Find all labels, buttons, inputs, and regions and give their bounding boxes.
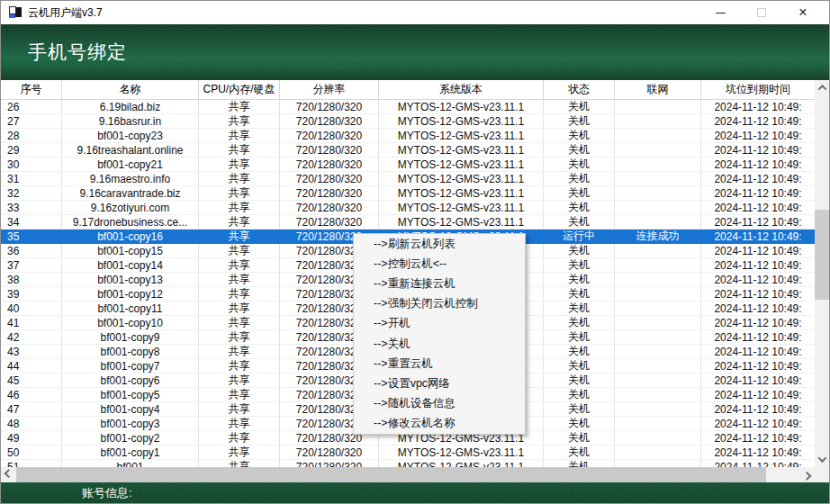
- cell-network: [615, 431, 701, 446]
- table-row[interactable]: 28bf001-copy23共享720/1280/320MYTOS-12-GMS…: [1, 129, 816, 143]
- table-row[interactable]: 266.19bilad.biz共享720/1280/320MYTOS-12-GM…: [1, 100, 816, 114]
- column-header[interactable]: CPU/内存/硬盘: [199, 80, 280, 99]
- cell-status: 关机: [544, 345, 615, 359]
- cell-status: 关机: [544, 100, 615, 114]
- cell-expiry: 2024-11-12 10:49:: [701, 158, 816, 172]
- cell-index: 50: [1, 446, 62, 460]
- table-row[interactable]: 349.17dronebusiness.ce...共享720/1280/320M…: [1, 215, 816, 230]
- column-header[interactable]: 名称: [62, 80, 199, 99]
- cell-name: 9.16zotiyuri.com: [62, 201, 199, 215]
- column-header[interactable]: 分辨率: [280, 80, 379, 99]
- cell-status: 关机: [544, 186, 615, 201]
- app-icon-blue-bar: [9, 14, 15, 18]
- minimize-button[interactable]: [699, 1, 741, 24]
- app-icon: [9, 6, 22, 19]
- cell-name: bf001-copy3: [62, 417, 199, 431]
- cell-expiry: 2024-11-12 10:49:: [701, 374, 816, 388]
- context-menu-item[interactable]: -->关机: [354, 334, 525, 354]
- table-row[interactable]: 319.16maestro.info共享720/1280/320MYTOS-12…: [1, 172, 816, 186]
- cell-expiry: 2024-11-12 10:49:: [701, 287, 816, 302]
- cell-cpu: 共享: [199, 230, 280, 244]
- cell-resolution: 720/1280/320: [280, 143, 379, 158]
- table-row[interactable]: 339.16zotiyuri.com共享720/1280/320MYTOS-12…: [1, 201, 816, 215]
- cell-status: 关机: [544, 417, 615, 431]
- cell-cpu: 共享: [199, 431, 280, 446]
- scroll-right-button[interactable]: [799, 467, 815, 482]
- cell-resolution: 720/1280/320: [280, 201, 379, 215]
- context-menu-item[interactable]: -->随机设备信息: [354, 394, 525, 414]
- vertical-scrollbar[interactable]: [815, 80, 830, 467]
- cell-index: 43: [1, 345, 62, 359]
- maximize-icon: [757, 8, 766, 17]
- horizontal-scrollbar[interactable]: [1, 467, 815, 482]
- context-menu-item[interactable]: -->修改云机名称: [354, 414, 525, 434]
- cell-cpu: 共享: [199, 359, 280, 374]
- cell-index: 48: [1, 417, 62, 431]
- cell-name: bf001-copy6: [62, 374, 199, 388]
- cell-cpu: 共享: [199, 287, 280, 302]
- cell-name: bf001-copy8: [62, 345, 199, 359]
- app-icon-white-square: [9, 6, 16, 14]
- table-header-row: 序号名称CPU/内存/硬盘分辨率系统版本状态联网坑位到期时间: [1, 80, 816, 100]
- column-header[interactable]: 坑位到期时间: [701, 80, 816, 99]
- cell-index: 32: [1, 186, 62, 201]
- column-header[interactable]: 序号: [1, 80, 62, 99]
- context-menu-item[interactable]: -->刷新云机列表: [354, 234, 525, 254]
- cell-cpu: 共享: [199, 186, 280, 201]
- chevron-up-icon: [818, 85, 827, 94]
- cell-expiry: 2024-11-12 10:49:: [701, 431, 816, 446]
- cell-index: 40: [1, 302, 62, 316]
- cell-status: 关机: [544, 114, 615, 129]
- cell-index: 46: [1, 388, 62, 402]
- cell-cpu: 共享: [199, 460, 280, 467]
- cell-name: bf001-copy10: [62, 316, 199, 330]
- window-title: 云机用户端v3.7: [28, 5, 103, 21]
- cell-expiry: 2024-11-12 10:49:: [701, 143, 816, 158]
- column-header[interactable]: 状态: [544, 80, 615, 99]
- cell-name: bf001-copy14: [62, 258, 199, 273]
- close-button[interactable]: ×: [782, 1, 824, 24]
- scroll-left-button[interactable]: [1, 467, 16, 482]
- cell-version: MYTOS-12-GMS-v23.11.1: [379, 114, 544, 129]
- table-row[interactable]: 329.16caravantrade.biz共享720/1280/320MYTO…: [1, 186, 816, 201]
- table-row[interactable]: 51bf001共享720/1280/320MYTOS-12-GMS-v23.11…: [1, 460, 816, 467]
- scroll-up-button[interactable]: [815, 80, 830, 95]
- cell-status: 关机: [544, 143, 615, 158]
- cell-status: 关机: [544, 258, 615, 273]
- cell-name: bf001-copy15: [62, 244, 199, 258]
- context-menu-item[interactable]: -->重新连接云机: [354, 274, 525, 293]
- page-title: 手机号绑定: [28, 40, 127, 65]
- cell-index: 34: [1, 215, 62, 230]
- cell-name: 9.16maestro.info: [62, 172, 199, 186]
- context-menu-item[interactable]: -->重置云机: [354, 354, 525, 374]
- cell-status: 关机: [544, 129, 615, 143]
- column-header[interactable]: 系统版本: [379, 80, 544, 99]
- vertical-scrollbar-thumb[interactable]: [815, 210, 830, 300]
- cell-expiry: 2024-11-12 10:49:: [701, 417, 816, 431]
- table-row[interactable]: 30bf001-copy21共享720/1280/320MYTOS-12-GMS…: [1, 158, 816, 172]
- cell-index: 39: [1, 287, 62, 302]
- context-menu-item[interactable]: -->开机: [354, 314, 525, 334]
- horizontal-scrollbar-thumb[interactable]: [16, 467, 766, 482]
- cell-network: [615, 172, 701, 186]
- cell-name: bf001-copy5: [62, 388, 199, 402]
- cell-network: [615, 374, 701, 388]
- cell-expiry: 2024-11-12 10:49:: [701, 359, 816, 374]
- context-menu-item[interactable]: -->设置vpc网络: [354, 374, 525, 393]
- cell-name: 9.16caravantrade.biz: [62, 186, 199, 201]
- table-row[interactable]: 279.16basrur.in共享720/1280/320MYTOS-12-GM…: [1, 114, 816, 129]
- cell-expiry: 2024-11-12 10:49:: [701, 446, 816, 460]
- column-header[interactable]: 联网: [615, 80, 701, 99]
- cell-cpu: 共享: [199, 258, 280, 273]
- cell-status: 关机: [544, 172, 615, 186]
- context-menu-item[interactable]: -->强制关闭云机控制: [354, 294, 525, 314]
- scroll-down-button[interactable]: [815, 452, 830, 467]
- cell-name: bf001-copy9: [62, 330, 199, 345]
- cell-version: MYTOS-12-GMS-v23.11.1: [379, 446, 544, 460]
- cell-index: 38: [1, 273, 62, 287]
- cell-cpu: 共享: [199, 316, 280, 330]
- context-menu-item[interactable]: -->控制云机<--: [354, 254, 525, 274]
- table-row[interactable]: 299.16treashalant.online共享720/1280/320MY…: [1, 143, 816, 158]
- cell-expiry: 2024-11-12 10:49:: [701, 258, 816, 273]
- table-row[interactable]: 50bf001-copy1共享720/1280/320MYTOS-12-GMS-…: [1, 446, 816, 460]
